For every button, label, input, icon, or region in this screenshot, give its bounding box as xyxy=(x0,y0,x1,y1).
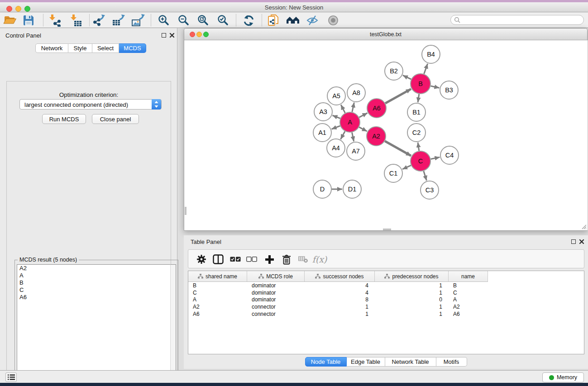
table-cell[interactable]: B xyxy=(188,282,247,289)
table-cell[interactable]: dominator xyxy=(247,282,305,289)
graph-edge-C-C2[interactable] xyxy=(418,143,419,151)
window-left-grip[interactable] xyxy=(185,207,186,215)
table-cell[interactable]: C xyxy=(449,290,488,296)
search-field[interactable] xyxy=(450,15,584,25)
table-cell[interactable]: dominator xyxy=(247,290,305,296)
table-cell[interactable]: A xyxy=(449,296,488,303)
window-bottom-grip[interactable] xyxy=(383,229,391,230)
result-item-C[interactable]: C xyxy=(17,286,170,294)
zoom-out-icon[interactable] xyxy=(177,14,191,27)
column-header-MCDS-role[interactable]: MCDS role xyxy=(247,271,305,281)
result-item-A6[interactable]: A6 xyxy=(17,294,170,301)
graph-edge-A-A3[interactable] xyxy=(332,115,340,119)
search-input[interactable] xyxy=(461,17,578,23)
graph-edge-A-A8[interactable] xyxy=(352,103,354,112)
graph-edge-B-B2[interactable] xyxy=(403,75,411,79)
table-cell[interactable]: 1 xyxy=(375,304,449,310)
graph-edge-A-A5[interactable] xyxy=(341,105,345,113)
graph-edge-B-B1[interactable] xyxy=(418,94,419,102)
select-all-icon[interactable] xyxy=(228,252,243,267)
table-float-icon[interactable] xyxy=(571,239,576,244)
table-cell[interactable]: A2 xyxy=(188,304,247,310)
delete-table-icon[interactable] xyxy=(296,252,311,267)
result-item-B[interactable]: B xyxy=(17,279,170,286)
column-header-successor-nodes[interactable]: successor nodes xyxy=(305,271,375,281)
graph-edge-A-A4[interactable] xyxy=(341,131,345,139)
table-cell[interactable]: connector xyxy=(247,304,305,310)
graph-edge-B-B4[interactable] xyxy=(424,64,428,74)
graph-canvas[interactable]: B4B2BB3A8A5A6B1A3AC2A1A2A4A7C4CC1C3DD1 xyxy=(185,40,588,230)
table-cell[interactable]: 1 xyxy=(375,290,449,296)
table-cell[interactable]: 8 xyxy=(305,296,375,303)
export-image-icon[interactable] xyxy=(131,14,145,27)
table-row-A[interactable]: Adominator80A xyxy=(188,296,584,303)
mcds-result-scrollbar[interactable] xyxy=(170,264,176,386)
table-tab-node-table[interactable]: Node Table xyxy=(305,357,347,367)
result-item-A2[interactable]: A2 xyxy=(17,265,170,272)
table-row-A2[interactable]: A2connector11A2 xyxy=(188,303,584,310)
optimization-criterion-dropdown[interactable]: largest connected component (directed) xyxy=(19,99,162,110)
hide-selected-icon[interactable] xyxy=(305,14,320,27)
graph-edge-A6-B[interactable] xyxy=(385,89,411,104)
zoom-selected-icon[interactable] xyxy=(216,14,230,27)
table-cell[interactable]: dominator xyxy=(247,296,305,303)
table-cell[interactable]: 0 xyxy=(375,296,449,303)
open-session-icon[interactable] xyxy=(3,14,17,27)
table-cell[interactable]: A2 xyxy=(449,304,488,310)
import-network-icon[interactable] xyxy=(47,14,62,27)
close-panel-button[interactable]: Close panel xyxy=(92,114,139,124)
create-column-plus-icon[interactable] xyxy=(262,252,277,267)
column-header-shared-name[interactable]: shared name xyxy=(188,271,247,281)
close-panel-icon[interactable] xyxy=(169,33,175,38)
graph-edge-A2-C[interactable] xyxy=(385,141,411,156)
table-cell[interactable]: 1 xyxy=(375,311,449,317)
network-window-titlebar[interactable]: testGlobe.txt xyxy=(184,29,587,40)
table-cell[interactable]: C xyxy=(188,290,247,296)
table-tab-motifs[interactable]: Motifs xyxy=(436,357,467,367)
function-builder-icon[interactable]: f(x) xyxy=(310,252,330,267)
export-network-icon[interactable] xyxy=(92,14,106,27)
tab-mcds[interactable]: MCDS xyxy=(119,43,146,53)
new-network-from-selection-icon[interactable] xyxy=(266,14,281,27)
table-cell[interactable]: A xyxy=(188,296,247,303)
table-cell[interactable]: A6 xyxy=(449,311,488,317)
float-panel-icon[interactable] xyxy=(162,33,166,38)
first-neighbors-icon[interactable] xyxy=(286,14,300,27)
graph-edge-C-C4[interactable] xyxy=(431,157,440,159)
table-cell[interactable]: connector xyxy=(247,311,305,317)
graph-edge-B-B3[interactable] xyxy=(430,86,439,88)
table-tab-edge-table[interactable]: Edge Table xyxy=(347,357,385,367)
table-cell[interactable]: 1 xyxy=(305,311,375,317)
result-item-A[interactable]: A xyxy=(17,272,170,279)
graph-edge-C-C3[interactable] xyxy=(424,171,427,181)
table-row-A6[interactable]: A6connector11A6 xyxy=(188,310,584,318)
export-table-icon[interactable] xyxy=(111,14,126,27)
table-settings-gear-icon[interactable] xyxy=(194,252,209,267)
delete-column-trash-icon[interactable] xyxy=(279,252,294,267)
column-header-name[interactable]: name xyxy=(449,271,488,281)
tab-style[interactable]: Style xyxy=(68,43,92,53)
table-cell[interactable]: 4 xyxy=(305,282,375,289)
graph-edge-A-A6[interactable] xyxy=(359,113,367,118)
resize-corner-icon[interactable] xyxy=(581,224,587,229)
graph-edge-C-C1[interactable] xyxy=(402,165,411,169)
show-column-icon[interactable] xyxy=(211,252,225,267)
table-cell[interactable]: 1 xyxy=(375,282,449,289)
import-table-icon[interactable] xyxy=(68,14,83,27)
tab-select[interactable]: Select xyxy=(92,43,119,53)
table-cell[interactable]: 1 xyxy=(305,304,375,310)
table-row-B[interactable]: Bdominator41B xyxy=(188,282,584,289)
graph-edge-A-A7[interactable] xyxy=(352,133,354,142)
table-row-C[interactable]: Cdominator41C xyxy=(188,289,584,296)
graph-edge-A-A1[interactable] xyxy=(332,126,340,129)
tab-network[interactable]: Network xyxy=(35,43,68,53)
run-mcds-button[interactable]: Run MCDS xyxy=(42,114,86,124)
network-canvas[interactable]: B4B2BB3A8A5A6B1A3AC2A1A2A4A7C4CC1C3DD1 xyxy=(185,40,588,230)
graph-edge-A-A2[interactable] xyxy=(359,127,367,131)
table-cell[interactable]: B xyxy=(449,282,488,289)
column-header-predecessor-nodes[interactable]: predecessor nodes xyxy=(375,271,449,281)
save-session-icon[interactable] xyxy=(21,14,36,27)
table-tab-network-table[interactable]: Network Table xyxy=(385,357,436,367)
table-close-icon[interactable] xyxy=(579,239,584,244)
zoom-fit-icon[interactable] xyxy=(196,14,210,27)
